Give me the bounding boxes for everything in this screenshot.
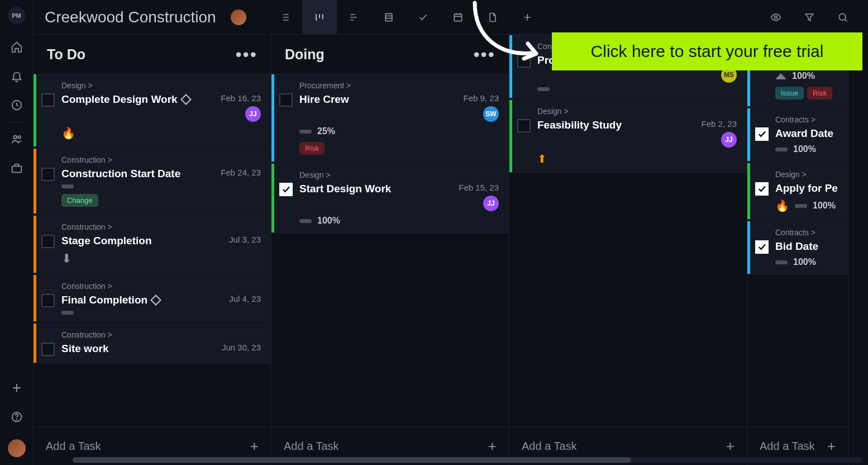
help-icon[interactable] bbox=[10, 410, 23, 424]
card-edge bbox=[509, 35, 512, 98]
gantt-view-icon[interactable] bbox=[337, 0, 371, 35]
column-menu-icon[interactable]: ••• bbox=[235, 44, 257, 65]
task-card[interactable]: Design >Complete Design WorkFeb 16, 23JJ… bbox=[34, 74, 271, 147]
list-view-icon[interactable] bbox=[268, 0, 302, 35]
column-title: To Do bbox=[47, 46, 85, 63]
card-breadcrumb: Contracts > bbox=[775, 115, 838, 124]
svg-rect-6 bbox=[385, 13, 392, 21]
task-checkbox[interactable] bbox=[517, 119, 531, 132]
progress-indicator bbox=[775, 148, 788, 151]
flame-icon: 🔥 bbox=[775, 199, 789, 212]
file-view-icon[interactable] bbox=[475, 0, 510, 35]
horizontal-scrollbar[interactable] bbox=[73, 457, 862, 463]
task-card[interactable]: Construction >Site workJun 30, 23 bbox=[34, 323, 271, 363]
assignee-avatar[interactable]: JJ bbox=[721, 132, 737, 148]
clock-icon[interactable] bbox=[10, 98, 23, 112]
tag-risk[interactable]: Risk bbox=[299, 142, 325, 155]
task-card[interactable]: Design >Apply for Pe🔥100% bbox=[747, 163, 848, 220]
task-card[interactable]: Design >Feasibility StudyFeb 2, 23JJ⬆ bbox=[509, 99, 747, 173]
bell-icon[interactable] bbox=[10, 69, 23, 83]
sheet-view-icon[interactable] bbox=[371, 0, 406, 35]
task-checkbox[interactable] bbox=[41, 168, 55, 181]
progress-text: 100% bbox=[813, 201, 836, 211]
card-date: Feb 9, 23 bbox=[464, 93, 499, 103]
app-logo[interactable]: PM bbox=[8, 7, 26, 25]
visibility-icon[interactable] bbox=[767, 9, 784, 26]
task-card[interactable]: Construction >Construction Start DateFeb… bbox=[34, 148, 271, 214]
task-card[interactable]: Contracts >Bid Date100% bbox=[747, 221, 848, 274]
card-breadcrumb: Procurement > bbox=[299, 81, 499, 90]
task-checkbox[interactable] bbox=[279, 93, 293, 107]
svg-point-1 bbox=[13, 136, 17, 139]
view-switcher bbox=[268, 0, 545, 35]
card-breadcrumb: Contracts > bbox=[775, 228, 838, 237]
progress-indicator bbox=[795, 204, 807, 208]
task-card[interactable]: Construction >Final CompletionJul 4, 23 bbox=[34, 274, 271, 322]
card-breadcrumb: Construction > bbox=[61, 155, 261, 164]
card-title: Award Date bbox=[775, 127, 833, 140]
filter-icon[interactable] bbox=[801, 9, 818, 26]
card-edge bbox=[34, 275, 36, 321]
progress-text: 25% bbox=[317, 126, 335, 136]
task-checkbox[interactable] bbox=[517, 54, 531, 68]
task-checkbox[interactable] bbox=[41, 294, 55, 307]
task-checkbox[interactable] bbox=[755, 240, 769, 254]
add-task-label: Add a Task bbox=[522, 440, 577, 453]
plus-icon: + bbox=[827, 438, 836, 455]
sidebar-add-icon[interactable] bbox=[10, 381, 23, 395]
tag-issue[interactable]: Issue bbox=[775, 87, 804, 99]
card-date: Feb 2, 23 bbox=[702, 119, 737, 129]
card-edge bbox=[34, 149, 36, 213]
add-task-label: Add a Task bbox=[46, 440, 101, 453]
kanban-board: To Do•••Design >Complete Design WorkFeb … bbox=[34, 35, 868, 465]
card-breadcrumb: Design > bbox=[537, 107, 737, 116]
task-checkbox[interactable] bbox=[755, 182, 769, 196]
project-avatar[interactable] bbox=[231, 10, 246, 25]
home-icon[interactable] bbox=[10, 40, 23, 54]
card-edge bbox=[34, 324, 36, 363]
current-user-avatar[interactable] bbox=[8, 439, 26, 457]
add-task-label: Add a Task bbox=[284, 440, 339, 453]
card-breadcrumb: Design > bbox=[299, 170, 499, 179]
task-card[interactable]: Procurement >Hire CrewFeb 9, 23SW25%Risk bbox=[271, 74, 509, 162]
card-edge bbox=[271, 74, 274, 162]
scrollbar-thumb[interactable] bbox=[73, 457, 631, 463]
task-card[interactable]: Contracts >Award Date100% bbox=[747, 108, 848, 162]
progress-indicator bbox=[775, 260, 788, 264]
check-view-icon[interactable] bbox=[406, 0, 441, 35]
assignee-avatar[interactable]: SW bbox=[483, 106, 499, 122]
task-checkbox[interactable] bbox=[41, 235, 55, 248]
task-checkbox[interactable] bbox=[41, 343, 55, 356]
assignee-avatar[interactable]: JJ bbox=[245, 106, 261, 122]
task-checkbox[interactable] bbox=[279, 183, 293, 196]
project-title: Creekwood Construction bbox=[45, 8, 216, 26]
calendar-view-icon[interactable] bbox=[441, 0, 475, 35]
task-checkbox[interactable] bbox=[755, 127, 769, 141]
progress-triangle-icon bbox=[775, 73, 786, 79]
card-date: Jun 30, 23 bbox=[222, 343, 261, 352]
card-title: Complete Design Work bbox=[61, 93, 178, 106]
tag-risk[interactable]: Risk bbox=[807, 87, 832, 99]
card-breadcrumb: Construction > bbox=[61, 330, 261, 339]
progress-indicator bbox=[537, 87, 550, 91]
assignee-avatar[interactable]: JJ bbox=[483, 196, 499, 211]
people-icon[interactable] bbox=[10, 132, 23, 146]
flame-icon: 🔥 bbox=[61, 126, 75, 140]
board-column: Contracts >ProposalsJan 23, 23MSDesign >… bbox=[509, 35, 747, 465]
board-column: Doing•••Procurement >Hire CrewFeb 9, 23S… bbox=[271, 35, 509, 465]
card-title: Start Design Work bbox=[299, 183, 391, 195]
divider bbox=[8, 122, 25, 122]
column-menu-icon[interactable]: ••• bbox=[473, 44, 495, 65]
search-icon[interactable] bbox=[834, 9, 851, 26]
card-edge bbox=[509, 100, 512, 172]
card-edge bbox=[747, 163, 750, 219]
task-checkbox[interactable] bbox=[41, 93, 55, 107]
task-card[interactable]: Design >Start Design WorkFeb 15, 23JJ100… bbox=[271, 163, 509, 233]
briefcase-icon[interactable] bbox=[10, 162, 23, 175]
task-card[interactable]: Construction >Stage CompletionJul 3, 23⬇ bbox=[34, 215, 271, 273]
priority-up-icon: ⬆ bbox=[537, 152, 547, 165]
add-view-icon[interactable] bbox=[510, 0, 545, 35]
trial-banner[interactable]: Click here to start your free trial bbox=[552, 32, 862, 70]
board-view-icon[interactable] bbox=[302, 0, 337, 35]
tag-change[interactable]: Change bbox=[61, 194, 98, 207]
